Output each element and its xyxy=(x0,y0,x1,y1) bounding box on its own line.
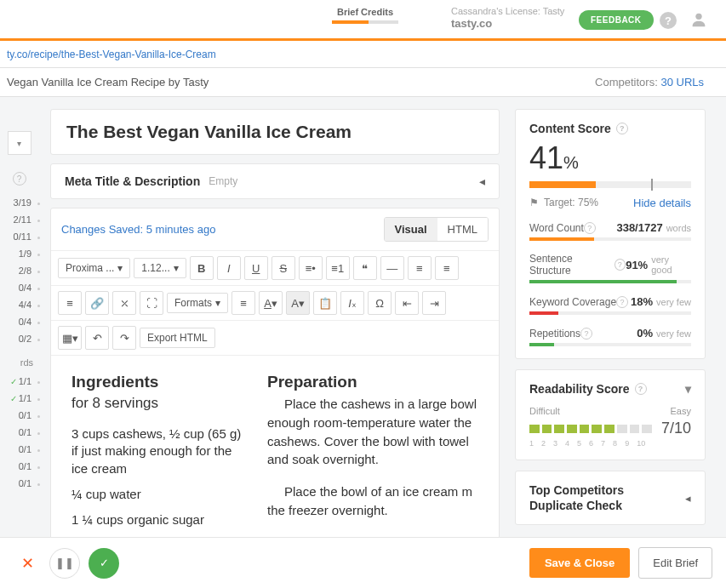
toolbar-row2: ≡ 🔗 ⤫ ⛶ Formats ▾ ≡ A▾ A▾ 📋 Iₓ Ω ⇤ ⇥ xyxy=(51,286,499,321)
competitors-panel[interactable]: Top Competitors Duplicate Check ◂ xyxy=(515,471,706,525)
hr-icon[interactable]: — xyxy=(380,256,404,280)
editor-body[interactable]: Ingredients for 8 servings 3 cups cashew… xyxy=(51,356,499,551)
strikethrough-icon[interactable]: S xyxy=(272,256,295,280)
unlink-icon[interactable]: ⤫ xyxy=(112,291,136,315)
underline-icon[interactable]: U xyxy=(244,256,268,280)
help-icon[interactable]: ? xyxy=(616,123,628,134)
center-column: The Best Vegan Vanilla Ice Cream Meta Ti… xyxy=(38,97,506,559)
readability-score: 7/10 xyxy=(661,420,691,437)
save-close-button[interactable]: Save & Close xyxy=(529,548,630,578)
prep-step: Place the bowl of an ice cream m the fre… xyxy=(267,482,478,520)
italic-icon[interactable]: I xyxy=(217,256,241,280)
edit-brief-button[interactable]: Edit Brief xyxy=(638,547,712,579)
readability-title: Readability Score? ▾ xyxy=(529,382,691,396)
readability-numbers: 12345678910 xyxy=(529,439,691,448)
ingredient-item: 3 cups cashews, ½ cup (65 g) if just mak… xyxy=(71,425,242,477)
align-left-icon[interactable]: ≡ xyxy=(408,256,432,280)
feedback-button[interactable]: FEEDBACK xyxy=(579,10,654,30)
bullet-list-icon[interactable]: ≡• xyxy=(299,256,323,280)
hide-details-link[interactable]: Hide details xyxy=(633,197,691,209)
numbered-list-icon[interactable]: ≡1 xyxy=(326,256,350,280)
help-icon[interactable]: ? xyxy=(580,328,592,340)
align-justify-icon[interactable]: ≡ xyxy=(232,291,255,315)
brief-credits-label: Brief Credits xyxy=(332,7,398,17)
competitors-link[interactable]: 30 URLs xyxy=(660,76,704,88)
export-html-button[interactable]: Export HTML xyxy=(140,328,215,348)
toolbar-row1: Proxima ... ▾ 1.12... ▾ B I U S ≡• ≡1 ❝ … xyxy=(51,251,499,286)
left-stat: 2/8 xyxy=(0,265,38,276)
left-dropdown[interactable]: ▾ xyxy=(8,131,31,155)
meta-label: Meta Title & Description xyxy=(65,174,200,188)
undo-icon[interactable]: ↶ xyxy=(85,326,109,350)
meta-card[interactable]: Meta Title & Description Empty ◂ xyxy=(50,163,500,199)
topbar: Brief Credits Cassandra's License: Tasty… xyxy=(0,0,726,41)
formats-select[interactable]: Formats ▾ xyxy=(167,293,228,313)
align-center-icon[interactable]: ≡ xyxy=(435,256,459,280)
help-icon[interactable]: ? xyxy=(635,383,647,395)
view-toggle: Visual HTML xyxy=(384,217,489,242)
meta-status: Empty xyxy=(209,175,237,187)
bottom-bar: ✕ ❚❚ ✓ Save & Close Edit Brief xyxy=(0,537,726,588)
license-info[interactable]: Cassandra's License: Tasty tasty.co xyxy=(451,5,564,31)
left-stat: 4/4 xyxy=(0,300,38,310)
text-color-icon[interactable]: A▾ xyxy=(259,291,283,315)
play-button[interactable]: ✓ xyxy=(89,548,119,579)
help-icon[interactable]: ? xyxy=(584,222,596,234)
left-stat: 0/1 xyxy=(0,444,38,454)
chevron-down-icon[interactable]: ▾ xyxy=(685,382,691,396)
bold-icon[interactable]: B xyxy=(190,256,214,280)
content-score-value: 41% xyxy=(529,140,691,176)
title-card[interactable]: The Best Vegan Vanilla Ice Cream xyxy=(50,109,500,155)
competitors-info: Competitors: 30 URLs xyxy=(595,76,719,88)
outdent-icon[interactable]: ⇤ xyxy=(395,291,419,315)
left-stat: 0/4 xyxy=(0,317,38,327)
page-title: The Best Vegan Vanilla Ice Cream xyxy=(66,122,483,142)
left-help-icon[interactable]: ? xyxy=(13,172,26,186)
paste-icon[interactable]: 📋 xyxy=(313,291,337,315)
link-icon[interactable]: 🔗 xyxy=(85,291,109,315)
readability-labels: DifficultEasy xyxy=(529,406,691,416)
bg-color-icon[interactable]: A▾ xyxy=(286,291,310,315)
size-select[interactable]: 1.12... ▾ xyxy=(134,258,186,278)
brief-credits-bar xyxy=(332,20,398,24)
flag-icon: ⚑ xyxy=(529,197,539,209)
help-icon[interactable]: ? xyxy=(660,12,677,29)
ingredients-column: Ingredients for 8 servings 3 cups cashew… xyxy=(71,373,242,534)
align-right-icon[interactable]: ≡ xyxy=(58,291,82,315)
left-stat: 0/1 xyxy=(0,478,38,488)
html-tab[interactable]: HTML xyxy=(437,218,488,241)
url-bar: ty.co/recipe/the-Best-Vegan-Vanilla-Ice-… xyxy=(0,41,726,68)
left-stat: 1/1 xyxy=(0,393,38,403)
ingredients-list: 3 cups cashews, ½ cup (65 g) if just mak… xyxy=(71,425,242,551)
help-icon[interactable]: ? xyxy=(615,259,626,271)
license-line: Cassandra's License: Tasty xyxy=(451,5,564,17)
page-url: ty.co/recipe/the-Best-Vegan-Vanilla-Ice-… xyxy=(7,49,216,60)
left-stat: 0/4 xyxy=(0,283,38,293)
brief-credits: Brief Credits xyxy=(332,7,398,24)
indent-icon[interactable]: ⇥ xyxy=(422,291,446,315)
main: ▾ ? 3/19 2/11 0/11 1/9 2/8 0/4 4/4 0/4 0… xyxy=(0,97,726,559)
pause-button[interactable]: ❚❚ xyxy=(49,548,80,579)
target-row: ⚑ Target: 75% Hide details xyxy=(529,197,691,209)
metric-repetitions: Repetitions ? 0% very few xyxy=(529,327,691,346)
ingredients-heading: Ingredients xyxy=(71,373,242,391)
close-icon[interactable]: ✕ xyxy=(14,550,41,577)
table-icon[interactable]: ▦▾ xyxy=(58,326,82,350)
content-score-panel: Content Score? 41% ⚑ Target: 75% Hide de… xyxy=(515,109,706,359)
font-select[interactable]: Proxima ... ▾ xyxy=(58,258,130,278)
omega-icon[interactable]: Ω xyxy=(368,291,392,315)
ingredient-item: 1 ¼ cups organic sugar xyxy=(71,511,242,528)
clear-format-icon[interactable]: Iₓ xyxy=(340,291,364,315)
chevron-left-icon: ◂ xyxy=(479,174,485,188)
left-stat: 1/1 xyxy=(0,376,38,386)
visual-tab[interactable]: Visual xyxy=(385,218,437,241)
fullscreen-icon[interactable]: ⛶ xyxy=(140,291,163,315)
help-icon[interactable]: ? xyxy=(616,296,628,308)
editor-card: Changes Saved: 5 minutes ago Visual HTML… xyxy=(50,208,500,552)
right-column: Content Score? 41% ⚑ Target: 75% Hide de… xyxy=(506,97,717,559)
quote-icon[interactable]: ❝ xyxy=(353,256,377,280)
user-icon[interactable] xyxy=(689,10,708,31)
redo-icon[interactable]: ↷ xyxy=(112,326,136,350)
metric-sentence-structure: Sentence Structure ? 91% very good xyxy=(529,253,691,283)
editor-top: Changes Saved: 5 minutes ago Visual HTML xyxy=(51,208,499,251)
